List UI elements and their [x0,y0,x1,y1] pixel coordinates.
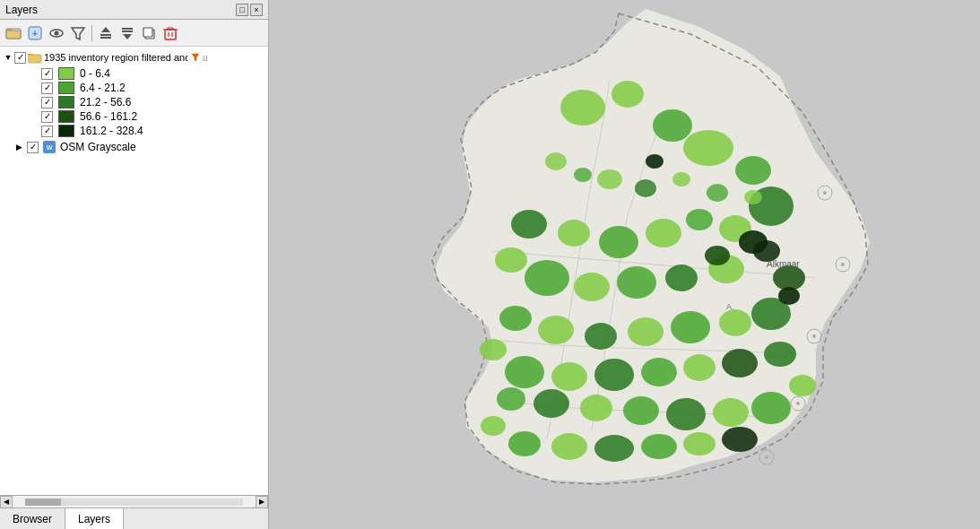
svg-point-54 [480,339,507,360]
svg-rect-9 [100,37,111,39]
svg-point-41 [574,273,610,301]
layers-list: ▼ 1935 inventory region filtered and g u [0,47,268,495]
filter-layer-button[interactable] [68,23,88,43]
expand-arrow[interactable]: ▼ [4,53,13,62]
svg-point-97 [796,402,800,405]
legend-checkbox-1[interactable] [41,68,53,80]
bottom-tabs: Browser Layers [0,507,268,529]
osm-checkbox[interactable] [27,142,39,153]
color-swatch-1 [58,67,74,80]
svg-rect-2 [6,30,21,39]
legend-checkbox-4[interactable] [41,111,53,123]
osm-expand-arrow[interactable]: ▶ [14,143,23,152]
legend-entry-4: 56.6 - 161.2 [2,109,266,124]
scrollbar-track[interactable] [25,499,243,506]
scroll-right-arrow[interactable]: ▶ [256,496,268,508]
svg-point-59 [683,354,715,381]
svg-rect-11 [122,30,133,32]
folder-icon [28,50,42,65]
svg-point-36 [599,226,638,258]
group-checkbox[interactable] [14,52,26,64]
svg-point-81 [545,152,567,170]
layer-count-badge: u [203,53,208,63]
svg-marker-10 [101,27,110,32]
legend-checkbox-2[interactable] [41,82,53,94]
svg-point-49 [671,311,710,343]
svg-point-77 [739,230,768,254]
svg-text:+: + [32,29,38,39]
svg-rect-15 [143,28,152,37]
svg-point-42 [617,266,656,299]
osm-layer-item: ▶ W OSM Grayscale [2,138,266,156]
add-wms-button[interactable]: + [25,23,45,43]
horizontal-scrollbar[interactable]: ◀ ▶ [0,495,268,507]
svg-point-55 [505,356,544,388]
svg-point-67 [580,395,612,421]
svg-text:Alkmaar: Alkmaar [767,259,800,269]
legend-label-3: 21.2 - 56.6 [80,96,131,108]
svg-point-52 [538,316,574,344]
svg-rect-8 [100,34,111,36]
legend-checkbox-3[interactable] [41,97,53,108]
svg-point-58 [641,358,677,386]
scrollbar-thumb[interactable] [25,499,61,506]
svg-point-61 [764,342,796,367]
legend-label-1: 0 - 6.4 [80,67,110,80]
svg-point-76 [722,427,758,452]
svg-rect-22 [28,55,41,63]
move-up-button[interactable] [96,23,116,43]
svg-point-85 [672,172,690,186]
svg-marker-13 [123,34,132,39]
remove-layer-button[interactable] [160,23,180,43]
filter-active-icon [191,53,200,62]
scroll-left-arrow[interactable]: ◀ [0,496,13,508]
svg-point-72 [551,433,587,460]
map-area[interactable]: Alkmaar A. [269,0,980,529]
svg-point-50 [628,317,663,346]
toolbar-separator-1 [91,25,92,41]
svg-point-37 [558,220,590,247]
move-down-button[interactable] [117,23,137,43]
svg-point-38 [511,210,547,238]
svg-point-78 [705,246,730,265]
color-swatch-5 [58,125,74,137]
layer-group-header[interactable]: ▼ 1935 inventory region filtered and g u [2,48,266,66]
svg-point-82 [574,168,592,182]
legend-entry-1: 0 - 6.4 [2,66,266,81]
duplicate-layer-button[interactable] [139,23,159,43]
svg-point-79 [778,287,800,305]
layers-tab[interactable]: Layers [65,508,124,529]
svg-point-43 [665,264,698,291]
close-button[interactable]: × [250,4,263,16]
svg-point-68 [533,389,569,418]
svg-point-46 [773,265,805,291]
svg-point-31 [735,156,771,185]
osm-icon: W [42,140,56,154]
svg-point-84 [635,179,656,197]
map-svg: Alkmaar A. [269,0,980,529]
legend-checkbox-5[interactable] [41,126,53,137]
panel-titlebar: Layers □ × [0,0,268,20]
svg-point-34 [686,209,713,230]
svg-point-74 [641,434,677,459]
svg-point-62 [789,375,816,396]
color-swatch-3 [58,96,74,108]
svg-point-71 [508,431,541,456]
svg-point-48 [719,309,751,336]
color-swatch-4 [58,110,74,123]
show-all-layers-button[interactable] [47,23,66,43]
panel-title: Layers [5,4,38,16]
browser-tab[interactable]: Browser [0,508,65,529]
svg-point-30 [683,130,733,166]
legend-label-2: 6.4 - 21.2 [80,82,126,94]
maximize-button[interactable]: □ [236,4,248,16]
svg-marker-7 [72,28,84,39]
legend-label-4: 56.6 - 161.2 [80,110,137,123]
svg-point-73 [594,435,634,462]
svg-point-69 [497,387,525,411]
svg-point-51 [585,323,617,350]
svg-point-87 [744,190,762,204]
open-layer-button[interactable] [4,23,23,43]
svg-point-29 [653,109,692,142]
svg-point-60 [722,349,758,377]
